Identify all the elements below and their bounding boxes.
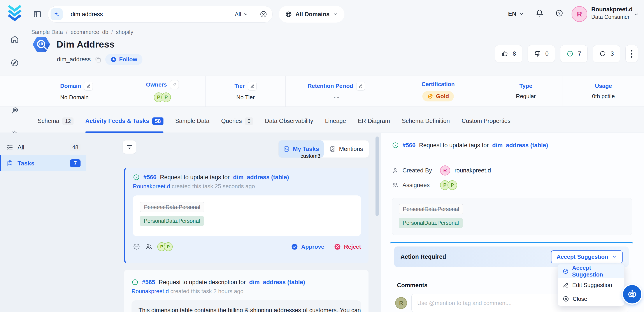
- owner-avatar[interactable]: P: [161, 92, 171, 102]
- type-label-text: Type: [520, 83, 532, 89]
- nav-item-all[interactable]: All 48: [0, 139, 86, 155]
- user-info[interactable]: Rounakpreet.d Data Consumer: [591, 6, 632, 21]
- user-avatar[interactable]: R: [572, 6, 587, 22]
- all-domains-dropdown[interactable]: All Domains: [279, 6, 344, 23]
- search-input[interactable]: [71, 11, 235, 18]
- tier-label-row[interactable]: Tier: [234, 82, 256, 90]
- retention-label-row[interactable]: Retention Period: [308, 82, 365, 90]
- task-card-565[interactable]: #565 Request to update description for d…: [124, 270, 368, 312]
- copy-icon[interactable]: [95, 56, 101, 63]
- language-selector[interactable]: EN: [508, 11, 524, 17]
- user-avatar-initial: R: [577, 10, 582, 18]
- reject-button[interactable]: Reject: [334, 243, 361, 250]
- language-label: EN: [508, 11, 516, 17]
- sidebar-toggle-icon[interactable]: [33, 10, 42, 19]
- person-icon: [392, 167, 398, 174]
- task-title: Request to update tags for: [160, 174, 230, 181]
- star-badge-icon: [110, 57, 117, 63]
- owners-label-row[interactable]: Owners: [146, 80, 178, 89]
- user-menu-chevron-icon[interactable]: [634, 12, 639, 17]
- certification-label: Certification: [422, 81, 455, 88]
- refresh-button[interactable]: 3: [593, 45, 620, 62]
- menu-item-edit-suggestion[interactable]: Edit Suggestion: [558, 278, 624, 292]
- tab-lineage[interactable]: Lineage: [325, 110, 346, 132]
- task-change-preview: PersonalData.Personal PersonalData.Perso…: [133, 195, 361, 236]
- menu-item-label: Edit Suggestion: [572, 282, 612, 288]
- compass-icon[interactable]: [10, 59, 19, 67]
- task-asset-link[interactable]: dim_address (table): [249, 279, 305, 286]
- breadcrumb-item[interactable]: shopify: [116, 29, 133, 35]
- follow-button[interactable]: Follow: [105, 54, 142, 65]
- breadcrumb-separator: /: [66, 29, 68, 35]
- certification-badge[interactable]: Gold: [422, 91, 454, 101]
- clipboard-tasks-icon: [6, 160, 13, 167]
- help-icon[interactable]: ?: [556, 9, 563, 17]
- removed-tag-pill: PersonalData.Personal: [140, 202, 204, 212]
- detail-task-id[interactable]: #566: [402, 142, 416, 149]
- tab-schema[interactable]: Schema12: [38, 110, 74, 132]
- upvote-button[interactable]: 8: [495, 45, 522, 62]
- tab-custom-properties[interactable]: Custom Properties: [462, 110, 510, 132]
- tab-queries[interactable]: Queries0: [221, 110, 253, 132]
- tab-activity-feeds-tasks[interactable]: Activity Feeds & Tasks58: [85, 110, 164, 132]
- filter-button[interactable]: [122, 140, 136, 154]
- tab-sample-data[interactable]: Sample Data: [175, 110, 210, 132]
- task-id[interactable]: #566: [143, 174, 156, 181]
- domain-label-row[interactable]: Domain: [60, 82, 93, 90]
- chevron-down-icon: [612, 254, 617, 259]
- search-scope-dropdown[interactable]: All: [235, 11, 254, 18]
- home-icon[interactable]: [10, 35, 19, 43]
- mentions-toggle[interactable]: Mentions: [324, 140, 369, 158]
- added-tag-pill: PersonalData.Personal: [140, 216, 204, 226]
- tab-schema-definition[interactable]: Schema Definition: [402, 110, 450, 132]
- approve-label: Approve: [301, 243, 324, 250]
- metadata-band: Domain No Domain Owners P P Tier No Tier…: [0, 76, 644, 107]
- menu-item-accept-suggestion[interactable]: Accept Suggestion: [558, 264, 624, 278]
- chatbot-button[interactable]: [623, 285, 641, 303]
- comment-icon[interactable]: [133, 243, 140, 250]
- assignee-avatar[interactable]: P: [164, 242, 173, 251]
- search-clear-icon[interactable]: [260, 11, 267, 18]
- nav-item-label: Tasks: [18, 160, 34, 167]
- edit-pencil-icon[interactable]: [356, 82, 365, 90]
- removed-tag-pill: PersonalData.Personal: [399, 204, 463, 214]
- tab-label: Sample Data: [175, 118, 210, 124]
- domain-value: No Domain: [60, 94, 88, 101]
- assignee-avatar[interactable]: P: [448, 180, 457, 190]
- breadcrumb-item[interactable]: ecommerce_db: [70, 29, 108, 35]
- global-search-bar[interactable]: All: [48, 6, 273, 23]
- detail-asset-link[interactable]: dim_address (table): [492, 142, 548, 149]
- tab-data-observability[interactable]: Data Observability: [265, 110, 313, 132]
- task-card-566[interactable]: #566 Request to update tags for dim_addr…: [124, 168, 368, 263]
- breadcrumb-item[interactable]: Sample Data: [31, 29, 63, 35]
- tag-change-card: PersonalData.Personal PersonalData.Perso…: [392, 198, 632, 235]
- nav-item-tasks[interactable]: Tasks 7: [0, 155, 86, 171]
- owner-avatar-initial: P: [157, 94, 160, 100]
- creator-name[interactable]: rounakpreet.d: [454, 167, 491, 174]
- assignees-icon[interactable]: [145, 243, 152, 250]
- creator-avatar[interactable]: R: [440, 166, 450, 176]
- type-label: Type: [520, 83, 532, 89]
- task-author-link[interactable]: Rounakpreet.d: [133, 183, 170, 190]
- app-logo-icon[interactable]: [8, 5, 22, 22]
- feed-scrollbar-thumb[interactable]: [376, 136, 379, 216]
- description-preview-text: This dimension table contains the billin…: [138, 307, 361, 312]
- ai-sparkle-icon[interactable]: [50, 8, 63, 20]
- approve-button[interactable]: Approve: [291, 243, 324, 250]
- edit-pencil-icon[interactable]: [84, 82, 93, 90]
- edit-pencil-icon[interactable]: [248, 82, 257, 90]
- task-author-link[interactable]: Rounakpreet.d: [132, 288, 169, 294]
- more-actions-button[interactable]: [626, 45, 638, 62]
- tier-value: No Tier: [236, 94, 255, 101]
- menu-item-close[interactable]: Close: [558, 292, 624, 306]
- task-id[interactable]: #565: [142, 279, 155, 286]
- notifications-bell-icon[interactable]: [536, 9, 544, 17]
- tab-er-diagram[interactable]: ER Diagram: [358, 110, 390, 132]
- downvote-button[interactable]: 0: [528, 45, 555, 62]
- task-asset-link[interactable]: dim_address (table): [233, 174, 289, 181]
- nav-item-label: All: [18, 144, 24, 151]
- watchers-button[interactable]: 7: [560, 45, 588, 62]
- accept-suggestion-dropdown-button[interactable]: Accept Suggestion: [551, 250, 622, 263]
- edit-pencil-icon[interactable]: [170, 80, 179, 89]
- menu-item-label: Accept Suggestion: [572, 264, 620, 278]
